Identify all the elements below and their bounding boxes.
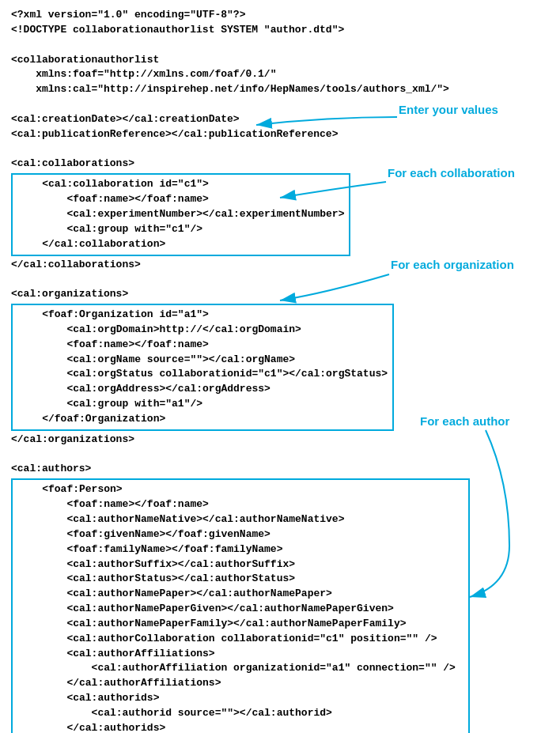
pub-ref-line: <cal:publicationReference></cal:publicat… <box>11 127 549 142</box>
author-box: <foaf:Person> <foaf:name></foaf:name> <c… <box>11 478 470 733</box>
author-line-0: <foaf:Person> <box>17 482 464 497</box>
author-line-6: <cal:authorStatus></cal:authorStatus> <box>17 572 464 587</box>
authors-open: <cal:authors> <box>11 462 549 477</box>
author-line-1: <foaf:name></foaf:name> <box>17 497 464 512</box>
author-line-2: <cal:authorNameNative></cal:authorNameNa… <box>17 512 464 527</box>
org-line-3: <cal:orgName source=""></cal:orgName> <box>17 353 388 368</box>
author-line-13: </cal:authorAffiliations> <box>17 676 464 691</box>
doctype-line: <!DOCTYPE collaborationauthorlist SYSTEM… <box>11 23 549 38</box>
author-line-16: </cal:authorids> <box>17 721 464 733</box>
org-line-0: <foaf:Organization id="a1"> <box>17 308 388 323</box>
xmlns1: xmlns:foaf="http://xmlns.com/foaf/0.1/" <box>11 67 549 82</box>
author-line-4: <foaf:familyName></foaf:familyName> <box>17 542 464 557</box>
root-open: <collaborationauthorlist <box>11 53 549 68</box>
org-line-1: <cal:orgDomain>http://</cal:orgDomain> <box>17 323 388 338</box>
collab-line-3: <cal:group with="c1"/> <box>17 222 344 237</box>
author-line-12: <cal:authorAffiliation organizationid="a… <box>17 661 464 676</box>
collaboration-box: <cal:collaboration id="c1"> <foaf:name><… <box>11 173 350 255</box>
author-line-10: <cal:authorCollaboration collaborationid… <box>17 632 464 647</box>
author-line-5: <cal:authorSuffix></cal:authorSuffix> <box>17 557 464 572</box>
organizations-open: <cal:organizations> <box>11 287 549 302</box>
org-line-2: <foaf:name></foaf:name> <box>17 338 388 353</box>
org-line-5: <cal:orgAddress></cal:orgAddress> <box>17 382 388 397</box>
xml-declaration: <?xml version="1.0" encoding="UTF-8"?> <box>11 8 549 23</box>
author-line-9: <cal:authorNamePaperFamily></cal:authorN… <box>17 617 464 632</box>
organization-box: <foaf:Organization id="a1"> <cal:orgDoma… <box>11 304 394 431</box>
collab-line-1: <foaf:name></foaf:name> <box>17 192 344 207</box>
org-line-4: <cal:orgStatus collaborationid="c1"></ca… <box>17 367 388 382</box>
org-line-7: </foaf:Organization> <box>17 412 388 427</box>
author-line-14: <cal:authorids> <box>17 691 464 706</box>
creation-date-line: <cal:creationDate></cal:creationDate> <box>11 112 549 127</box>
author-line-3: <foaf:givenName></foaf:givenName> <box>17 527 464 542</box>
author-line-11: <cal:authorAffiliations> <box>17 647 464 662</box>
collaborations-open: <cal:collaborations> <box>11 157 549 172</box>
collab-line-4: </cal:collaboration> <box>17 237 344 252</box>
collab-line-0: <cal:collaboration id="c1"> <box>17 177 344 192</box>
author-line-7: <cal:authorNamePaper></cal:authorNamePap… <box>17 587 464 602</box>
collab-line-2: <cal:experimentNumber></cal:experimentNu… <box>17 207 344 222</box>
main-container: Enter your values For each collaboration… <box>11 8 549 733</box>
collaborations-close: </cal:collaborations> <box>11 258 549 273</box>
author-line-8: <cal:authorNamePaperGiven></cal:authorNa… <box>17 602 464 617</box>
xmlns2: xmlns:cal="http://inspirehep.net/info/He… <box>11 82 549 97</box>
org-line-6: <cal:group with="a1"/> <box>17 397 388 412</box>
xml-content: <?xml version="1.0" encoding="UTF-8"?> <… <box>11 8 549 733</box>
author-line-15: <cal:authorid source=""></cal:authorid> <box>17 706 464 721</box>
organizations-close: </cal:organizations> <box>11 433 549 448</box>
